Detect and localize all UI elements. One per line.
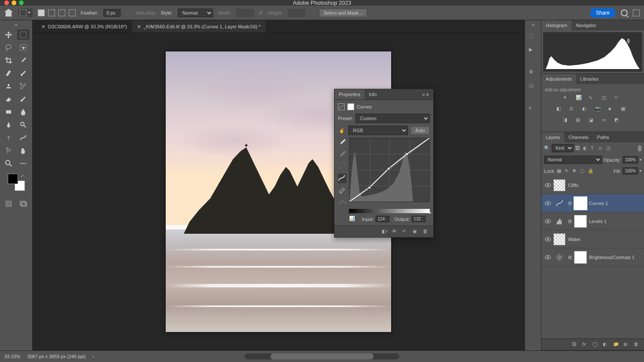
actions-panel-icon[interactable]: ▶: [529, 47, 538, 54]
layer-name[interactable]: Brightness/Contrast 1: [589, 255, 635, 260]
path-tool[interactable]: [17, 133, 29, 143]
layer-row[interactable]: ⛓ Curves 1: [541, 194, 644, 212]
doc-info[interactable]: 3087 px x 3859 px (240 ppi): [27, 354, 85, 359]
adjustments-tab[interactable]: Adjustments: [541, 74, 576, 84]
auto-button[interactable]: Auto: [410, 126, 430, 135]
visibility-toggle-icon[interactable]: [545, 255, 551, 259]
minimize-window-icon[interactable]: [12, 0, 16, 5]
colorlookup-adj-icon[interactable]: ▦: [621, 106, 629, 114]
new-adjustment-icon[interactable]: ◐: [603, 341, 610, 347]
clone-stamp-tool[interactable]: [3, 81, 15, 91]
delete-layer-icon[interactable]: 🗑: [634, 341, 641, 347]
filter-adj-icon[interactable]: ◐: [583, 145, 589, 151]
history-brush-tool[interactable]: [17, 81, 29, 91]
more-tools-icon[interactable]: [17, 158, 29, 169]
type-tool[interactable]: T: [3, 133, 15, 143]
layer-row[interactable]: ⛓ Brightness/Contrast 1: [541, 248, 644, 266]
filter-smart-icon[interactable]: ◫: [606, 145, 612, 151]
add-mask-icon[interactable]: ◯: [592, 341, 599, 347]
adjustments-panel-icon[interactable]: ⚙: [529, 69, 538, 77]
channel-select[interactable]: RGB: [348, 126, 408, 135]
opacity-input[interactable]: [623, 156, 638, 163]
color-swatches[interactable]: ⤢: [8, 174, 25, 191]
intersect-selection-icon[interactable]: [69, 9, 76, 16]
quick-mask-icon[interactable]: [3, 199, 15, 209]
gradientmap-adj-icon[interactable]: ▭: [601, 117, 610, 125]
filter-pixel-icon[interactable]: 🖼: [575, 145, 581, 151]
crop-tool[interactable]: [3, 55, 15, 66]
input-field[interactable]: [376, 216, 389, 222]
horizontal-scrollbar[interactable]: [245, 353, 399, 359]
visibility-toggle-icon[interactable]: [545, 219, 551, 223]
swap-colors-icon[interactable]: ⤢: [21, 174, 24, 178]
histo-toggle-icon[interactable]: 📊: [349, 216, 357, 222]
finger-icon[interactable]: ☝: [338, 128, 346, 133]
visibility-toggle-icon[interactable]: [545, 201, 551, 205]
output-field[interactable]: [412, 216, 425, 222]
levels-adj-icon[interactable]: 📊: [576, 95, 584, 103]
smooth-curve-icon[interactable]: [338, 198, 346, 207]
bw-adj-icon[interactable]: ◐: [582, 106, 591, 114]
link-mask-icon[interactable]: ⛓: [568, 201, 572, 205]
info-panel-icon[interactable]: ⓘ: [529, 83, 538, 90]
hand-tool[interactable]: [17, 145, 29, 156]
delete-adj-icon[interactable]: 🗑: [423, 229, 430, 235]
blur-tool[interactable]: [17, 107, 29, 117]
navigator-tab[interactable]: Navigator: [571, 20, 600, 30]
collapse-panel-icon[interactable]: » ≡: [418, 89, 433, 100]
filter-shape-icon[interactable]: ▱: [598, 145, 605, 151]
home-icon[interactable]: [4, 9, 13, 17]
maximize-window-icon[interactable]: [19, 0, 24, 5]
brush-tool[interactable]: [17, 68, 29, 78]
new-layer-icon[interactable]: ⊞: [623, 341, 630, 347]
close-window-icon[interactable]: [4, 0, 9, 5]
workspace-icon[interactable]: [633, 9, 640, 16]
brushes-panel-icon[interactable]: ⬚: [529, 33, 538, 41]
invert-adj-icon[interactable]: ◨: [563, 117, 571, 125]
lock-position-icon[interactable]: ✥: [572, 168, 578, 174]
select-and-mask-button[interactable]: Select and Mask...: [319, 9, 368, 17]
link-mask-icon[interactable]: ⛓: [568, 255, 572, 259]
link-layers-icon[interactable]: ⛓: [572, 341, 579, 347]
lock-artboard-icon[interactable]: ▢: [580, 168, 586, 174]
gradient-tool[interactable]: [17, 94, 29, 104]
preset-select[interactable]: Custom: [355, 114, 430, 123]
brightness-adj-thumbnail[interactable]: [553, 251, 565, 263]
dodge-tool[interactable]: [17, 120, 29, 130]
layer-thumbnail[interactable]: [553, 233, 565, 245]
curves-adj-icon[interactable]: ∿: [589, 95, 597, 103]
posterize-adj-icon[interactable]: ▤: [576, 117, 584, 125]
style-select[interactable]: Normal: [178, 9, 213, 17]
exposure-adj-icon[interactable]: ◫: [601, 95, 610, 103]
lock-all-icon[interactable]: 🔒: [588, 168, 594, 174]
link-mask-icon[interactable]: ⛓: [568, 219, 572, 223]
blend-mode-select[interactable]: Normal: [544, 156, 602, 164]
layer-thumbnail[interactable]: [553, 179, 565, 191]
share-button[interactable]: Share: [590, 8, 616, 18]
foreground-color[interactable]: [8, 174, 18, 184]
black-slider[interactable]: [347, 212, 351, 216]
tool-preset-selector[interactable]: ▼: [18, 9, 33, 17]
fill-tool[interactable]: [3, 107, 15, 117]
layer-row[interactable]: Water: [541, 230, 644, 248]
close-tab-icon[interactable]: ×: [137, 23, 141, 30]
mask-icon[interactable]: [347, 103, 354, 110]
vibrance-adj-icon[interactable]: ▽: [614, 95, 623, 103]
screen-mode-icon[interactable]: [17, 199, 29, 209]
layer-mask-thumbnail[interactable]: [574, 197, 586, 209]
new-selection-icon[interactable]: [38, 9, 45, 16]
gray-sampler-icon[interactable]: [338, 150, 346, 159]
clip-layer-icon[interactable]: ◧▫: [382, 229, 389, 235]
white-slider[interactable]: [428, 212, 431, 216]
marquee-tool[interactable]: [17, 30, 29, 40]
visibility-toggle-icon[interactable]: [545, 183, 551, 187]
threshold-adj-icon[interactable]: ◪: [589, 117, 597, 125]
layer-row[interactable]: ⛓ Levels 1: [541, 212, 644, 230]
zoom-level[interactable]: 33.33%: [4, 354, 20, 359]
layer-name[interactable]: Water: [568, 237, 580, 242]
collapse-dock-icon[interactable]: ≪: [531, 23, 535, 27]
layer-name[interactable]: Curves 1: [589, 201, 608, 206]
layer-name[interactable]: Cliffs: [568, 183, 578, 188]
photofilter-adj-icon[interactable]: 📷: [595, 106, 604, 114]
libraries-tab[interactable]: Libraries: [576, 74, 603, 84]
